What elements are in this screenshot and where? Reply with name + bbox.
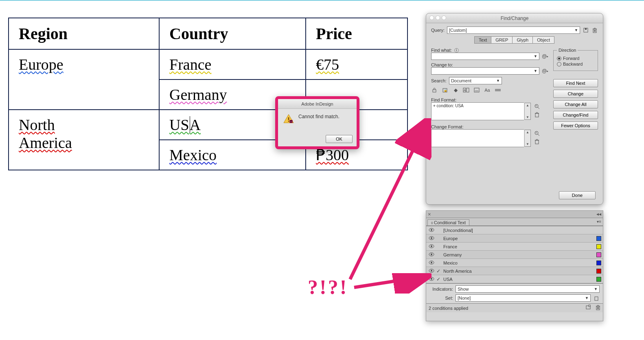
change-all-button[interactable]: Change All: [553, 100, 598, 108]
tab-text[interactable]: Text: [474, 36, 491, 44]
change-format-scrollbar[interactable]: [524, 130, 531, 147]
indicators-select[interactable]: Show▼: [456, 285, 600, 293]
applied-check-icon[interactable]: ✓: [435, 276, 442, 282]
header-country: Country: [159, 18, 306, 49]
cell-america: America: [19, 134, 72, 151]
cell-usa: USA: [169, 116, 201, 133]
svg-rect-15: [433, 90, 436, 92]
include-master-pages-icon[interactable]: A: [463, 87, 469, 93]
find-format-label: Find Format:: [431, 97, 548, 102]
special-chars-find-icon[interactable]: @▸: [542, 53, 548, 60]
panel-menu-icon[interactable]: ▾≡: [597, 219, 601, 224]
condition-color-swatch: [596, 252, 601, 257]
whole-word-icon[interactable]: [495, 87, 501, 93]
cell-north: North: [19, 116, 55, 133]
radio-forward[interactable]: Forward: [557, 56, 594, 61]
case-sensitive-icon[interactable]: Aa: [484, 87, 491, 93]
find-format-box[interactable]: + condition: USA: [431, 102, 524, 120]
done-button[interactable]: Done: [559, 191, 596, 199]
condition-row[interactable]: ✓North America: [426, 267, 603, 275]
find-change-title: Find/Change: [426, 13, 603, 23]
alert-title: Adobe InDesign: [278, 99, 357, 109]
include-footnotes-icon[interactable]: [473, 87, 480, 93]
change-to-input[interactable]: ▼: [431, 67, 539, 75]
svg-text:T: T: [536, 132, 537, 134]
find-what-input[interactable]: ▼: [431, 53, 539, 60]
ok-button[interactable]: OK: [326, 135, 353, 143]
clear-change-format-icon[interactable]: [534, 138, 540, 145]
search-scope-label: Search:: [431, 78, 447, 83]
svg-line-5: [350, 122, 427, 279]
svg-rect-54: [589, 305, 590, 307]
svg-text:🔒: 🔒: [444, 88, 447, 92]
condition-color-swatch: [596, 261, 601, 265]
search-mode-tabs: Text GREP Glyph Object: [431, 36, 598, 44]
svg-rect-1: [288, 117, 289, 120]
window-controls[interactable]: [429, 15, 446, 20]
condition-row[interactable]: Germany: [426, 251, 603, 259]
ct-panel-header[interactable]: × ◂◂: [426, 211, 603, 218]
fewer-options-button[interactable]: Fewer Options: [553, 121, 598, 130]
indicators-label: Indicators:: [429, 287, 453, 291]
condition-color-swatch: [596, 244, 601, 249]
conditional-text-panel: × ◂◂ ◊ Conditional Text ▾≡ [Unconditiona…: [426, 210, 603, 321]
tab-glyph[interactable]: Glyph: [512, 36, 533, 44]
collapse-icon[interactable]: ◂◂: [596, 211, 601, 217]
query-select[interactable]: [Custom]▼: [447, 26, 580, 34]
set-select[interactable]: [None]▼: [456, 294, 591, 302]
specify-find-format-icon[interactable]: T: [534, 103, 540, 110]
svg-rect-35: [535, 140, 539, 144]
find-format-scrollbar[interactable]: [524, 103, 531, 120]
tab-object[interactable]: Object: [532, 36, 554, 44]
condition-row[interactable]: ✓USA: [426, 275, 603, 283]
change-button[interactable]: Change: [553, 90, 598, 98]
radio-backward-dot: [557, 62, 561, 66]
ct-status-text: 2 conditions applied: [429, 306, 468, 311]
change-format-label: Change Format:: [431, 124, 548, 129]
direction-fieldset: Direction Forward Backward: [553, 48, 598, 71]
new-condition-icon[interactable]: [586, 305, 591, 311]
svg-text:T: T: [536, 105, 537, 107]
info-icon: i: [454, 48, 459, 53]
svg-line-33: [538, 134, 539, 136]
search-scope-select[interactable]: Document▼: [449, 77, 502, 84]
change-find-button[interactable]: Change/Find: [553, 111, 598, 119]
alert-message: Cannot find match.: [298, 114, 340, 119]
condition-name: Mexico: [442, 261, 596, 265]
include-locked-layers-icon[interactable]: [431, 87, 438, 93]
direction-legend: Direction: [557, 48, 578, 53]
cell-mexico: Mexico: [169, 146, 217, 163]
warning-icon: Id: [283, 114, 294, 124]
condition-row[interactable]: [Unconditional]: [426, 226, 603, 234]
radio-backward[interactable]: Backward: [557, 62, 594, 66]
condition-row[interactable]: Europe: [426, 234, 603, 243]
set-label: Set:: [429, 296, 453, 300]
clear-find-format-icon[interactable]: [534, 111, 540, 118]
special-chars-change-icon[interactable]: @▸: [542, 68, 548, 74]
cell-france: France: [169, 56, 211, 73]
condition-name: France: [442, 244, 596, 249]
include-locked-stories-icon[interactable]: 🔒: [442, 87, 448, 93]
change-format-box[interactable]: [431, 129, 524, 147]
svg-rect-19: [467, 88, 469, 92]
condition-color-swatch: [596, 269, 601, 274]
set-options-icon[interactable]: [593, 295, 600, 301]
condition-row[interactable]: Mexico: [426, 259, 603, 267]
delete-query-icon[interactable]: [591, 27, 598, 33]
header-region: Region: [9, 18, 159, 49]
condition-color-swatch: [596, 277, 601, 282]
cell-price-75: €75: [316, 56, 339, 73]
find-next-button[interactable]: Find Next: [553, 79, 598, 87]
conditions-list: [Unconditional]EuropeFranceGermanyMexico…: [426, 226, 603, 284]
save-query-icon[interactable]: [583, 27, 589, 33]
applied-check-icon[interactable]: ✓: [435, 268, 442, 274]
tab-grep[interactable]: GREP: [491, 36, 513, 44]
svg-text:A: A: [464, 89, 466, 92]
specify-change-format-icon[interactable]: T: [534, 130, 540, 137]
condition-row[interactable]: France: [426, 243, 603, 251]
condition-name: [Unconditional]: [442, 228, 596, 233]
svg-line-27: [538, 107, 539, 109]
delete-condition-icon[interactable]: [596, 305, 600, 311]
include-hidden-layers-icon[interactable]: ◆: [452, 87, 459, 93]
annotation-arrow-2: [350, 273, 432, 294]
